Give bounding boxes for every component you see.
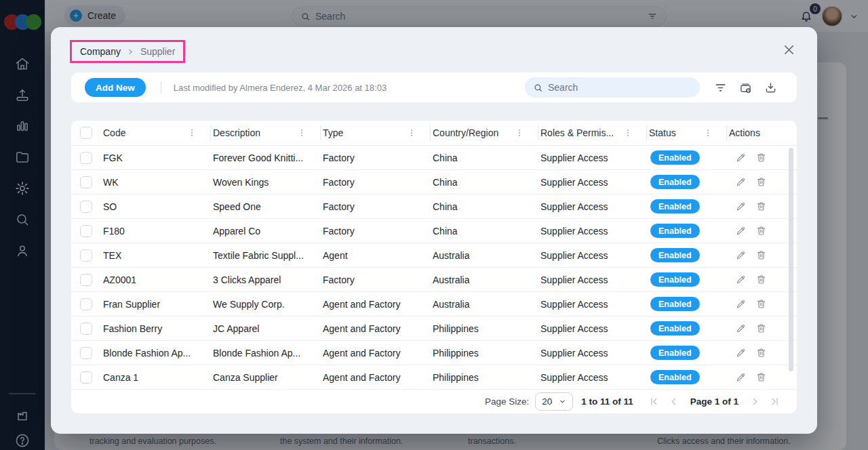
cell-status: Enabled: [647, 272, 727, 287]
cell-country: Australia: [431, 299, 538, 310]
edit-button[interactable]: [735, 371, 747, 383]
chevron-left-icon: [668, 396, 679, 407]
cell-description: Woven Kings: [211, 177, 321, 188]
delete-button[interactable]: [755, 371, 767, 383]
trash-icon: [755, 323, 767, 334]
column-menu-icon[interactable]: [187, 128, 197, 138]
table-row[interactable]: Fashion Berry JC Apparel Agent and Facto…: [71, 316, 797, 341]
table-search-input[interactable]: [525, 77, 700, 98]
status-badge: Enabled: [650, 224, 700, 238]
delete-button[interactable]: [755, 249, 767, 261]
column-header-description[interactable]: Description: [211, 125, 321, 140]
cell-description: JC Apparel: [211, 323, 321, 334]
download-icon[interactable]: [764, 81, 778, 95]
table-row[interactable]: F180 Apparel Co Factory China Supplier A…: [71, 219, 797, 243]
cell-type: Agent and Factory: [321, 348, 431, 359]
delete-button[interactable]: [755, 225, 767, 237]
last-modified-text: Last modified by Almera Enderez, 4 Mar 2…: [174, 83, 387, 93]
chevron-right-icon: [749, 396, 761, 407]
column-menu-icon[interactable]: [297, 128, 307, 138]
delete-button[interactable]: [755, 152, 767, 163]
table-row[interactable]: WK Woven Kings Factory China Supplier Ac…: [71, 170, 797, 195]
row-checkbox[interactable]: [80, 225, 92, 237]
cell-status: Enabled: [647, 346, 727, 360]
row-checkbox[interactable]: [80, 249, 92, 262]
table-row[interactable]: SO Speed One Factory China Supplier Acce…: [71, 195, 797, 219]
cell-roles: Supplier Access: [538, 201, 647, 212]
edit-button[interactable]: [735, 274, 747, 285]
row-checkbox[interactable]: [80, 274, 92, 286]
table-scrollbar[interactable]: [789, 148, 793, 371]
cell-country: China: [431, 177, 538, 188]
status-badge: Enabled: [650, 150, 700, 165]
table-row[interactable]: TEX Textile Fabric Suppl... Agent Austra…: [71, 243, 797, 268]
table-body: FGK Forever Good Knitti... Factory China…: [71, 146, 797, 390]
column-menu-icon[interactable]: [515, 128, 524, 138]
cell-actions: [727, 274, 797, 285]
filter-icon[interactable]: [713, 81, 728, 95]
edit-button[interactable]: [735, 298, 747, 310]
edit-button[interactable]: [735, 249, 747, 261]
delete-button[interactable]: [755, 176, 767, 188]
edit-button[interactable]: [735, 323, 747, 334]
edit-button[interactable]: [735, 201, 747, 212]
column-header-actions: Actions: [727, 125, 797, 140]
page-size-label: Page Size:: [485, 396, 529, 407]
delete-button[interactable]: [755, 274, 767, 285]
row-checkbox[interactable]: [80, 176, 92, 188]
row-range-text: 1 to 11 of 11: [581, 396, 633, 407]
table-row[interactable]: Blonde Fashion Ap... Blonde Fashion Ap..…: [71, 341, 797, 365]
delete-button[interactable]: [755, 347, 767, 359]
table-row[interactable]: Canza 1 Canza Supplier Agent and Factory…: [71, 365, 797, 390]
table-row[interactable]: AZ0001 3 Clicks Apparel Factory Australi…: [71, 268, 797, 292]
column-header-code[interactable]: Code: [101, 125, 211, 140]
column-header-type[interactable]: Type: [321, 125, 431, 140]
previous-page-button[interactable]: [668, 396, 679, 407]
row-checkbox[interactable]: [80, 201, 92, 213]
column-header-country[interactable]: Country/Region: [431, 125, 538, 140]
edit-button[interactable]: [735, 225, 747, 237]
page-size-select[interactable]: 20: [535, 392, 573, 411]
card-stack-icon[interactable]: [738, 81, 753, 95]
delete-button[interactable]: [755, 323, 767, 334]
delete-button[interactable]: [755, 201, 767, 212]
select-all-checkbox[interactable]: [80, 127, 92, 139]
edit-button[interactable]: [735, 176, 747, 188]
first-page-button[interactable]: [648, 396, 660, 407]
cell-status: Enabled: [647, 150, 727, 165]
close-button[interactable]: [782, 43, 796, 57]
table-search-field[interactable]: [548, 82, 692, 93]
edit-button[interactable]: [735, 152, 747, 163]
cell-roles: Supplier Access: [538, 177, 647, 188]
row-checkbox[interactable]: [80, 298, 92, 310]
add-new-button[interactable]: Add New: [85, 78, 146, 97]
breadcrumb-parent[interactable]: Company: [80, 46, 121, 57]
cell-code: FGK: [101, 152, 211, 163]
table-row[interactable]: FGK Forever Good Knitti... Factory China…: [71, 146, 797, 170]
row-checkbox[interactable]: [80, 152, 92, 164]
row-checkbox[interactable]: [80, 347, 92, 359]
status-badge: Enabled: [650, 370, 700, 384]
cell-status: Enabled: [647, 370, 727, 384]
cell-type: Agent and Factory: [321, 372, 431, 383]
column-header-status[interactable]: Status: [647, 125, 727, 140]
pencil-icon: [735, 371, 747, 383]
cell-code: SO: [101, 201, 211, 212]
column-menu-icon[interactable]: [703, 128, 713, 138]
row-checkbox[interactable]: [80, 371, 92, 384]
row-checkbox[interactable]: [80, 323, 92, 335]
delete-button[interactable]: [755, 298, 767, 310]
next-page-button[interactable]: [749, 396, 761, 407]
cell-code: Canza 1: [101, 372, 211, 383]
edit-button[interactable]: [735, 347, 747, 359]
column-header-roles[interactable]: Roles & Permis...: [538, 125, 647, 140]
table-row[interactable]: Fran Supplier We Supply Corp. Agent and …: [71, 292, 797, 316]
cell-type: Agent: [321, 250, 431, 261]
cell-status: Enabled: [647, 321, 727, 335]
trash-icon: [755, 371, 767, 383]
column-menu-icon[interactable]: [623, 128, 633, 138]
column-menu-icon[interactable]: [407, 128, 416, 138]
cell-code: AZ0001: [101, 274, 211, 285]
last-page-button[interactable]: [769, 396, 781, 407]
status-badge: Enabled: [650, 175, 700, 189]
